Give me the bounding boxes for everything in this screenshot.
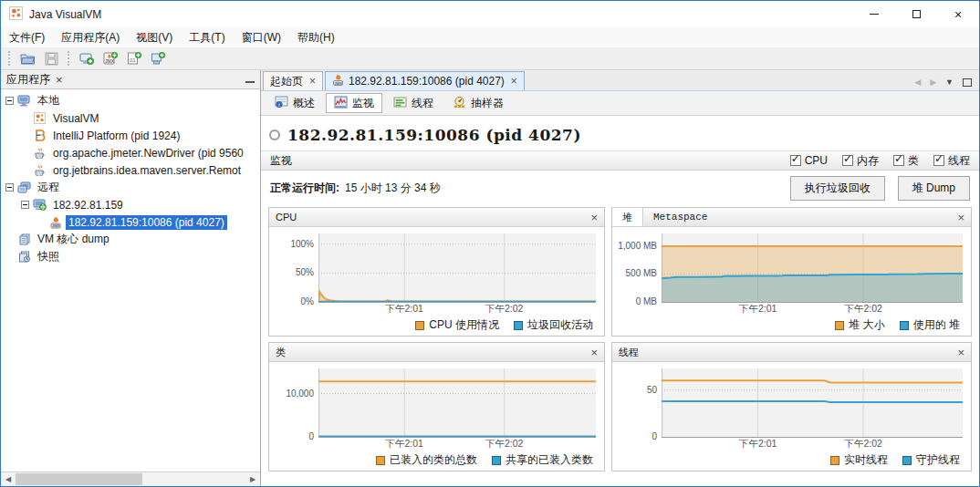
checkbox-box[interactable]: ✓ bbox=[790, 155, 801, 166]
collapse-icon[interactable] bbox=[245, 73, 255, 86]
tab-jmx-application[interactable]: JMX 182.92.81.159:10086 (pid 4027) × bbox=[325, 71, 525, 90]
horizontal-scrollbar[interactable]: ◀ ▶ bbox=[1, 471, 260, 486]
y-tick-label: 0 MB bbox=[636, 296, 657, 306]
collapse-toggle-icon[interactable] bbox=[21, 201, 29, 209]
menu-view[interactable]: 视图(V) bbox=[136, 30, 172, 46]
applications-panel-title: 应用程序 bbox=[6, 72, 50, 88]
y-axis-labels: 0%50%100% bbox=[271, 233, 318, 303]
tree-node-local[interactable]: 本地 bbox=[1, 92, 260, 109]
tree-label-selected[interactable]: 182.92.81.159:10086 (pid 4027) bbox=[66, 215, 227, 230]
tree-label[interactable]: 远程 bbox=[35, 179, 62, 196]
tab-monitor[interactable]: 监视 bbox=[326, 93, 382, 113]
close-icon[interactable]: × bbox=[957, 347, 964, 358]
tree-node-remote-host[interactable]: 182.92.81.159 bbox=[1, 196, 260, 213]
y-tick-label: 10,000 bbox=[286, 389, 314, 399]
tab-metaspace[interactable]: Metaspace bbox=[643, 208, 717, 227]
tab-start-page[interactable]: 起始页 × bbox=[263, 71, 323, 90]
tab-close-icon[interactable]: × bbox=[309, 75, 316, 88]
menu-applications[interactable]: 应用程序(A) bbox=[61, 30, 120, 46]
scrollbar-track[interactable] bbox=[16, 472, 245, 486]
x-tick-label: 下午2:01 bbox=[386, 303, 423, 316]
scroll-left-icon[interactable]: ◀ bbox=[1, 475, 16, 483]
tree-node-snapshots[interactable]: 快照 bbox=[1, 248, 260, 265]
minimize-button[interactable] bbox=[853, 1, 895, 27]
tab-threads[interactable]: 线程 bbox=[385, 93, 442, 113]
tab-sampler[interactable]: 抽样器 bbox=[444, 93, 512, 113]
close-icon[interactable]: × bbox=[590, 212, 598, 223]
tree-label[interactable]: 快照 bbox=[35, 248, 62, 265]
open-file-icon[interactable] bbox=[18, 49, 36, 67]
menu-help[interactable]: 帮助(H) bbox=[297, 30, 335, 46]
x-tick-label: 下午2:01 bbox=[739, 303, 777, 316]
maximize-button[interactable] bbox=[895, 1, 937, 27]
overview-icon: i bbox=[275, 96, 288, 111]
x-tick-label: 下午2:02 bbox=[844, 303, 881, 316]
tree-node-remote[interactable]: 远程 bbox=[1, 179, 260, 196]
tab-list-dropdown-icon[interactable]: ▼ bbox=[945, 78, 954, 87]
view-tab-label: 线程 bbox=[412, 96, 433, 111]
tree-node-jmeter-app[interactable]: org.apache.jmeter.NewDriver (pid 9560 bbox=[1, 144, 260, 161]
scroll-right-icon[interactable]: ▶ bbox=[245, 475, 260, 483]
tree-label[interactable]: 本地 bbox=[35, 92, 62, 109]
tree-label[interactable]: VM 核心 dump bbox=[35, 231, 112, 248]
menu-tools[interactable]: 工具(T) bbox=[189, 30, 224, 46]
close-icon[interactable]: × bbox=[957, 212, 964, 223]
checkbox-box[interactable]: ✓ bbox=[842, 155, 853, 166]
java-app-icon bbox=[33, 147, 47, 160]
threads-chart-panel: 线程 × 050 下午2:01下午2:02 实时线程 守护线程 bbox=[611, 342, 972, 471]
y-tick-label: 50% bbox=[296, 267, 314, 277]
checkbox-box[interactable]: ✓ bbox=[893, 155, 904, 166]
scrollbar-thumb[interactable] bbox=[16, 473, 142, 485]
save-icon bbox=[42, 49, 60, 67]
add-remote-host-icon[interactable] bbox=[78, 49, 96, 67]
tab-close-icon[interactable]: × bbox=[511, 75, 517, 88]
add-vm-coredump-icon[interactable]: 01 bbox=[125, 49, 143, 67]
applications-panel: 应用程序 × 本地 VisualVM Intell bbox=[1, 70, 261, 486]
tree-label[interactable]: org.apache.jmeter.NewDriver (pid 9560 bbox=[50, 146, 246, 161]
tab-heap[interactable]: 堆 bbox=[612, 207, 643, 226]
checkbox-cpu[interactable]: ✓ CPU bbox=[790, 153, 828, 169]
legend-label: 已装入的类的总数 bbox=[390, 452, 477, 468]
tree-node-maven-app[interactable]: org.jetbrains.idea.maven.server.Remot bbox=[1, 161, 260, 179]
tree-label[interactable]: VisualVM bbox=[50, 111, 101, 126]
legend-swatch bbox=[376, 456, 385, 465]
tab-scroll-right-icon[interactable]: ▶ bbox=[930, 78, 936, 87]
cpu-chart-panel: CPU × 0%50%100% 下午2:01下午2:02 CPU 使用情况 bbox=[268, 207, 605, 337]
add-jmx-connection-icon[interactable]: JMX bbox=[101, 49, 120, 67]
collapse-toggle-icon[interactable] bbox=[5, 97, 14, 105]
checkbox-threads[interactable]: ✓ 线程 bbox=[933, 153, 970, 169]
menu-window[interactable]: 窗口(W) bbox=[242, 30, 281, 46]
monitor-icon bbox=[334, 96, 348, 111]
tree-label[interactable]: IntelliJ Platform (pid 1924) bbox=[50, 129, 182, 143]
collapse-toggle-icon[interactable] bbox=[5, 183, 14, 192]
monitor-section-bar: 监视 ✓ CPU ✓ 内存 ✓ 类 bbox=[261, 150, 979, 171]
tree-label[interactable]: org.jetbrains.idea.maven.server.Remot bbox=[50, 163, 244, 178]
heap-dump-button[interactable]: 堆 Dump bbox=[898, 176, 970, 201]
tree-label[interactable]: 182.92.81.159 bbox=[50, 198, 126, 212]
tab-scroll-left-icon[interactable]: ◀ bbox=[914, 78, 921, 87]
tree-node-vm-coredump[interactable]: VM 核心 dump bbox=[1, 231, 260, 248]
checkbox-box[interactable]: ✓ bbox=[933, 155, 944, 166]
tree-node-visualvm[interactable]: VisualVM bbox=[1, 109, 260, 127]
tab-overview[interactable]: i 概述 bbox=[266, 93, 323, 113]
tree-node-jmx-connection[interactable]: JMX 182.92.81.159:10086 (pid 4027) bbox=[1, 213, 260, 231]
close-button[interactable]: × bbox=[937, 1, 979, 27]
maximize-view-icon[interactable] bbox=[963, 78, 972, 87]
chart-legend: 已装入的类的总数 共享的已装入类数 bbox=[271, 451, 596, 469]
menu-bar: 文件(F) 应用程序(A) 视图(V) 工具(T) 窗口(W) 帮助(H) bbox=[1, 27, 979, 47]
checkbox-label: CPU bbox=[805, 154, 828, 167]
heap-chart-panel: 堆 Metaspace × 0 MB500 MB1,000 MB 下午2:01下… bbox=[611, 207, 972, 337]
menu-file[interactable]: 文件(F) bbox=[9, 30, 45, 46]
page-title: 182.92.81.159:10086 (pid 4027) bbox=[287, 126, 581, 144]
checkbox-classes[interactable]: ✓ 类 bbox=[893, 153, 919, 169]
close-icon[interactable]: × bbox=[56, 74, 63, 86]
checkbox-label: 内存 bbox=[857, 153, 879, 169]
tree-node-intellij[interactable]: IntelliJ Platform (pid 1924) bbox=[1, 127, 260, 144]
legend-label: 守护线程 bbox=[916, 452, 960, 468]
remote-icon bbox=[17, 181, 31, 194]
chart-canvas bbox=[662, 368, 963, 438]
perform-gc-button[interactable]: 执行垃圾回收 bbox=[790, 176, 885, 201]
add-snapshot-icon[interactable] bbox=[149, 49, 167, 67]
close-icon[interactable]: × bbox=[590, 347, 598, 358]
checkbox-memory[interactable]: ✓ 内存 bbox=[842, 153, 879, 169]
